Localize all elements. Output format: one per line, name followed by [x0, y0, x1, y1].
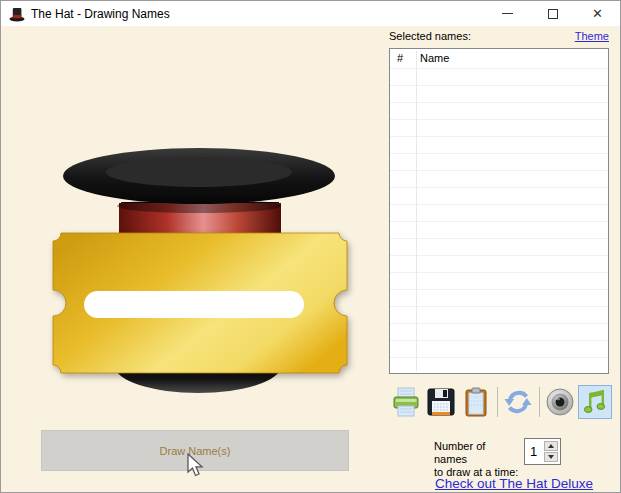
selected-names-label: Selected names: — [389, 30, 471, 42]
minimize-icon — [502, 13, 513, 14]
table-row[interactable] — [390, 324, 608, 341]
table-row[interactable] — [390, 69, 608, 86]
column-header-name: Name — [420, 52, 449, 64]
music-notes-icon — [580, 387, 610, 417]
minimize-button[interactable] — [485, 1, 530, 26]
spinner-down-button[interactable] — [544, 452, 558, 462]
print-button[interactable] — [389, 385, 423, 419]
table-row[interactable] — [390, 205, 608, 222]
close-button[interactable]: ✕ — [575, 1, 620, 26]
client-area: Draw Name(s) Selected names: Theme # Nam… — [1, 26, 620, 492]
table-row[interactable] — [390, 137, 608, 154]
draw-names-button[interactable]: Draw Name(s) — [41, 430, 349, 471]
window-controls: ✕ — [485, 1, 620, 26]
app-window: The Hat - Drawing Names ✕ — [0, 0, 621, 493]
column-header-number: # — [397, 52, 403, 64]
toolbar-separator — [497, 387, 498, 417]
hat-ticket-illustration — [39, 144, 359, 402]
names-count-spinner[interactable]: 1 — [524, 438, 561, 465]
table-row[interactable] — [390, 341, 608, 358]
refresh-icon — [503, 387, 533, 417]
up-arrow-icon — [548, 444, 554, 448]
save-button[interactable] — [424, 385, 458, 419]
music-button[interactable] — [578, 385, 612, 419]
paste-button[interactable] — [459, 385, 493, 419]
table-row[interactable] — [390, 358, 608, 374]
toolbar-separator — [539, 387, 540, 417]
table-row[interactable] — [390, 171, 608, 188]
table-row[interactable] — [390, 154, 608, 171]
sound-button[interactable] — [543, 385, 577, 419]
table-row[interactable] — [390, 120, 608, 137]
toolbar — [389, 384, 613, 420]
names-count-value: 1 — [530, 444, 537, 459]
printer-icon — [391, 387, 421, 417]
table-row[interactable] — [390, 307, 608, 324]
table-row[interactable] — [390, 256, 608, 273]
table-row[interactable] — [390, 103, 608, 120]
save-floppy-icon — [426, 387, 456, 417]
hat-opening — [106, 157, 292, 187]
table-row[interactable] — [390, 239, 608, 256]
app-hat-icon — [9, 6, 25, 22]
maximize-icon — [548, 9, 558, 19]
titlebar: The Hat - Drawing Names ✕ — [1, 1, 620, 26]
theme-link[interactable]: Theme — [575, 30, 609, 42]
window-title: The Hat - Drawing Names — [31, 7, 170, 21]
down-arrow-icon — [548, 455, 554, 459]
table-row[interactable] — [390, 273, 608, 290]
table-header: # Name — [390, 49, 608, 69]
names-count-label: Number of names to draw at a time: — [434, 440, 520, 479]
clipboard-icon — [461, 387, 491, 417]
table-row[interactable] — [390, 222, 608, 239]
panel-header: Selected names: Theme — [389, 30, 609, 42]
selected-names-table[interactable]: # Name — [389, 48, 609, 374]
table-row[interactable] — [390, 86, 608, 103]
spinner-up-button[interactable] — [544, 441, 558, 451]
table-row[interactable] — [390, 188, 608, 205]
column-divider — [416, 51, 417, 371]
refresh-button[interactable] — [501, 385, 535, 419]
table-row[interactable] — [390, 290, 608, 307]
speaker-icon — [545, 387, 575, 417]
maximize-button[interactable] — [530, 1, 575, 26]
hat-deluxe-link[interactable]: Check out The Hat Deluxe — [435, 476, 593, 491]
close-icon: ✕ — [592, 7, 603, 20]
ticket-name-stripe — [84, 291, 304, 318]
